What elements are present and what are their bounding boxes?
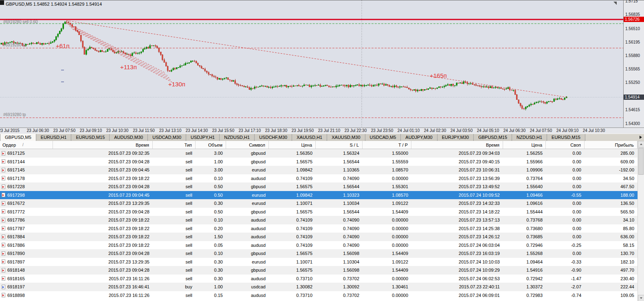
history-row-6918148[interactable]: 69181482015.07.23 09:04:28sell0.30gbpusd… <box>0 266 637 275</box>
cell-swap: -0.90 <box>546 268 585 272</box>
column-header-tp[interactable]: T / P <box>363 141 411 149</box>
history-row-6917786[interactable]: 69177862015.07.23 09:18:22sell0.10audusd… <box>0 216 637 224</box>
chart-tab-xauusd-h1[interactable]: XAUUSD,H1 <box>292 134 327 141</box>
column-header-order[interactable]: Ордер/ <box>0 141 53 149</box>
scrollbar-down-button[interactable] <box>638 295 644 301</box>
sell-order-icon <box>2 185 5 189</box>
order-number: 6917125 <box>7 151 25 156</box>
chart-tab-usdcad-m5[interactable]: USDCAD,M5 <box>365 134 401 141</box>
chart-tab-xauusd-m30[interactable]: XAUUSD,M30 <box>327 134 365 141</box>
chart-tab-eurusd-h1[interactable]: EURUSD,H1 <box>36 134 72 141</box>
cell-profit: 136.50 <box>585 201 637 206</box>
cell-volume: 0.10 <box>196 251 226 256</box>
history-row-6917772[interactable]: 69177722015.07.23 09:04:28sell0.50gbpusd… <box>0 208 637 216</box>
history-row-6918165[interactable]: 69181652015.07.23 16:11:26sell0.30audusd… <box>0 275 637 283</box>
chart-shift-marker-icon <box>613 2 617 5</box>
column-header-label: T / P <box>398 143 408 147</box>
chart-tab-audusd-m30[interactable]: AUDUSD,M30 <box>110 134 148 141</box>
chart-tab-eurjpy-m30[interactable]: EURJPY,M30 <box>437 134 474 141</box>
history-row-6917890[interactable]: 69178902015.07.23 09:04:28sell0.10gbpusd… <box>0 249 637 258</box>
chart-tab-usdchf-m30[interactable]: USDCHF,M30 <box>255 134 292 141</box>
scrollbar-thumb[interactable] <box>638 148 644 175</box>
cell-close-price: 0.73685 <box>503 234 546 239</box>
pip-profit-annotation: +130п <box>168 81 185 88</box>
column-header-type[interactable]: Тип <box>153 141 196 149</box>
cell-symbol: usdcad <box>226 284 269 289</box>
cell-order: 6917886 <box>0 243 53 248</box>
order-number: 6917897 <box>7 259 25 264</box>
history-row-6917298[interactable]: 69172982015.07.23 09:04:45sell0.50eurusd… <box>0 191 637 200</box>
cell-order: 6917298 <box>0 193 53 198</box>
chart-tab-nzdusd-h1[interactable]: NZDUSD,H1 <box>512 134 547 141</box>
history-row-6917145[interactable]: 69171452015.07.23 09:04:45sell3.00eurusd… <box>0 166 637 174</box>
chart-tab-audjpy-m30[interactable]: AUDJPY,M30 <box>401 134 437 141</box>
candlestick-chart-svg <box>0 0 623 127</box>
cell-open-time: 2015.07.23 13:29:35 <box>53 259 153 264</box>
cell-sl: 1.10034 <box>316 201 363 206</box>
cell-symbol: gbpusd <box>226 251 269 256</box>
history-row-6917897[interactable]: 69178972015.07.23 13:29:35sell0.30eurusd… <box>0 258 637 266</box>
sell-order-icon <box>2 226 5 231</box>
chart-plot-area[interactable]: GBPUSD,M5 1.54852 1.54924 1.54829 1.5491… <box>0 0 623 127</box>
chart-tab-nzdusd-h1[interactable]: NZDUSD,H1 <box>220 134 255 141</box>
column-header-label: Ордер <box>2 143 16 147</box>
column-header-label: Цена <box>301 143 312 147</box>
cell-type: sell <box>153 251 196 256</box>
cell-profit: 188.00 <box>585 193 637 198</box>
column-header-open-time[interactable]: Время <box>53 141 153 149</box>
tab-scroll-right-icon[interactable] <box>640 136 642 139</box>
table-scrollbar[interactable] <box>637 141 644 301</box>
cell-open-time: 2015.07.23 09:04:45 <box>53 193 153 198</box>
cell-symbol: audusd <box>226 234 269 239</box>
history-row-6917125[interactable]: 69171252015.07.23 09:32:35sell3.00gbpusd… <box>0 149 637 158</box>
column-header-label: Объем <box>208 143 222 147</box>
history-row-6917886[interactable]: 69178862015.07.23 09:18:22sell0.05audusd… <box>0 241 637 250</box>
cell-volume: 0.30 <box>196 268 226 272</box>
history-row-6917787[interactable]: 69177872015.07.23 09:18:22sell0.20audusd… <box>0 224 637 233</box>
cell-symbol: eurusd <box>226 201 269 206</box>
cell-open-price: 1.56575 <box>269 159 316 164</box>
history-row-6918898[interactable]: 69188982015.07.23 16:11:26sell0.15audusd… <box>0 291 637 300</box>
cell-tp: 0.00000 <box>363 243 411 248</box>
cell-tp: 0.00000 <box>363 176 411 181</box>
time-axis-label: 23 Jul 13:10 <box>159 128 182 133</box>
cell-order: 6918165 <box>0 276 53 281</box>
chart-tab-eurusd-m15[interactable]: EURUSD,M15 <box>71 134 110 141</box>
column-header-volume[interactable]: Объем <box>196 141 226 149</box>
cell-tp: 0.00000 <box>363 293 411 298</box>
column-header-close-time[interactable]: Время <box>411 141 503 149</box>
cell-sl: 0.74090 <box>316 176 363 181</box>
scrollbar-up-button[interactable] <box>638 141 644 147</box>
chart-tab-usdcad-m30[interactable]: USDCAD,M30 <box>148 134 186 141</box>
chart-tab-gbpusd-m15[interactable]: GBPUSD,M15 <box>474 134 512 141</box>
column-header-sl[interactable]: S / L <box>316 141 363 149</box>
cell-order: 6917884 <box>0 234 53 239</box>
time-axis-label: 23 Jul 09:10 <box>80 128 102 133</box>
cell-sl: 0.73702 <box>316 293 363 298</box>
column-header-label: Время <box>486 143 499 147</box>
cell-open-time: 2015.07.23 09:18:22 <box>53 243 153 248</box>
history-row-6917144[interactable]: 69171442015.07.23 09:04:28sell1.00gbpusd… <box>0 158 637 166</box>
history-row-6917884[interactable]: 69178842015.07.23 09:18:22sell1.50audusd… <box>0 233 637 241</box>
column-header-close-price[interactable]: Цена <box>503 141 546 149</box>
chart-tab-eurusd-m15[interactable]: EURUSD,M15 <box>547 134 585 141</box>
chart-tab-gbpusd-m5[interactable]: GBPUSD,M5 <box>0 134 36 141</box>
cell-swap: 0.00 <box>546 209 585 214</box>
column-header-swap[interactable]: Своп <box>546 141 585 149</box>
cell-type: sell <box>153 193 196 198</box>
order-line-label: #6919280 sl <box>3 43 26 47</box>
table-header-row: Ордер/ВремяТипОбъемСимволЦенаS / LT / PВ… <box>0 141 637 149</box>
column-header-symbol[interactable]: Символ <box>226 141 269 149</box>
time-axis-label: 24 Jul 03:50 <box>451 128 473 133</box>
history-row-6918197[interactable]: 69181972015.07.23 16:46:41buy1.00usdcad1… <box>0 283 637 291</box>
history-row-6917178[interactable]: 69171782015.07.23 09:18:22sell0.10audusd… <box>0 174 637 183</box>
cell-order: 6917890 <box>0 251 53 256</box>
buy-order-icon <box>2 285 5 289</box>
column-header-profit[interactable]: Прибыль <box>585 141 637 149</box>
column-header-open-price[interactable]: Цена <box>269 141 316 149</box>
time-axis-label: 23 Jul 19:50 <box>292 128 314 133</box>
cell-close-time: 2015.07.23 09:40:15 <box>411 159 503 164</box>
history-row-6917672[interactable]: 69176722015.07.23 13:29:35sell0.30eurusd… <box>0 199 637 208</box>
history-row-6917228[interactable]: 69172282015.07.23 09:04:28sell0.50gbpusd… <box>0 182 637 191</box>
chart-tab-usdjpy-h1[interactable]: USDJPY,H1 <box>186 134 220 141</box>
